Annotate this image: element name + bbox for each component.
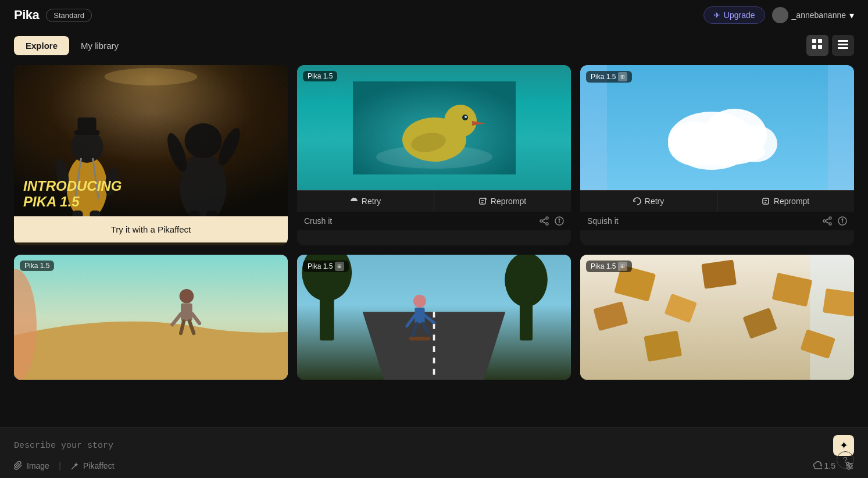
svg-point-37 (546, 223, 548, 225)
svg-line-53 (826, 219, 829, 220)
upgrade-label: Upgrade (724, 10, 755, 20)
header-left: Pika Standard (14, 8, 92, 23)
cloud-scene (580, 65, 854, 190)
svg-line-90 (72, 465, 76, 469)
svg-rect-1 (818, 39, 822, 43)
svg-point-51 (823, 220, 826, 222)
cloud-meta-label: Squish it (587, 216, 619, 226)
cloud-retry-icon (633, 197, 641, 205)
share-icon (540, 216, 549, 226)
svg-rect-24 (189, 211, 201, 216)
prompt-input[interactable] (14, 441, 826, 451)
svg-point-42 (559, 219, 560, 220)
pikaffect-tool-button[interactable]: Pikaffect (70, 461, 114, 470)
boxes-version-label: Pika 1.5 (591, 262, 616, 270)
duck-info-button[interactable] (555, 216, 564, 226)
upgrade-button[interactable]: ✈ Upgrade (703, 6, 765, 24)
svg-point-36 (540, 220, 542, 222)
duck-thumbnail: Pika 1.5 (297, 65, 571, 190)
svg-point-72 (413, 295, 426, 308)
svg-point-57 (842, 219, 843, 220)
toolbar-row: Image | Pikaffect 1.5 (14, 461, 854, 471)
pikaffect-button[interactable]: Try it with a Pikaffect (14, 216, 288, 242)
user-area[interactable]: _annebananne ▾ (772, 7, 854, 23)
svg-rect-60 (181, 304, 192, 322)
cloud-share-button[interactable] (823, 216, 832, 226)
plan-badge: Standard (46, 9, 92, 22)
svg-point-59 (180, 289, 194, 304)
explore-tab[interactable]: Explore (14, 36, 69, 55)
duck-retry-label: Retry (362, 197, 381, 206)
duck-meta-label: Crush it (304, 216, 332, 226)
logo: Pika (14, 8, 39, 23)
road-image-indicator: ⊞ (335, 262, 344, 271)
svg-line-38 (542, 219, 546, 220)
duck-pika-badge: Pika 1.5 (303, 71, 337, 81)
nav: Explore My library (0, 30, 868, 60)
wand-icon (70, 461, 80, 470)
reprompt-icon (479, 197, 487, 205)
chevron-down-icon: ▾ (849, 10, 854, 21)
duck-meta-icons (540, 216, 564, 226)
plane-icon: ✈ (713, 10, 720, 20)
featured-title: INTRODUCING PIKA 1.5 (23, 179, 122, 209)
cloud-reprompt-icon (762, 197, 770, 205)
duck-version-label: Pika 1.5 (308, 72, 333, 80)
svg-rect-87 (823, 288, 854, 317)
svg-rect-73 (415, 308, 424, 323)
boxes-card: Pika 1.5 ⊞ (580, 255, 854, 380)
cloud-info-icon (838, 216, 847, 226)
svg-point-9 (105, 68, 198, 85)
list-view-button[interactable] (832, 35, 854, 56)
cloud-card: Pika 1.5 ⊞ (580, 65, 854, 245)
header: Pika Standard ✈ Upgrade _annebananne ▾ (0, 0, 868, 30)
boxes-thumbnail: Pika 1.5 ⊞ (580, 255, 854, 380)
desert-pika-badge: Pika 1.5 (20, 261, 54, 271)
cloud-retry-button[interactable]: Retry (580, 191, 717, 212)
cloud-meta: Squish it (580, 212, 854, 230)
desert-scene (14, 255, 288, 380)
cloud-reprompt-button[interactable]: Reprompt (717, 191, 854, 212)
duck-reprompt-button[interactable]: Reprompt (434, 191, 571, 212)
image-label: Image (27, 461, 49, 470)
svg-rect-19 (90, 211, 101, 216)
cloud-share-icon (823, 216, 832, 226)
duck-share-button[interactable] (540, 216, 549, 226)
grid-icon (812, 39, 823, 49)
image-tool-button[interactable]: Image (14, 461, 49, 470)
desert-version-label: Pika 1.5 (24, 262, 49, 270)
library-tab[interactable]: My library (69, 36, 130, 55)
avatar (772, 7, 788, 23)
svg-rect-6 (838, 47, 848, 49)
svg-point-52 (829, 223, 831, 225)
list-icon (838, 39, 848, 49)
svg-point-35 (546, 217, 548, 219)
desert-thumbnail: Pika 1.5 (14, 255, 288, 380)
duck-retry-button[interactable]: Retry (297, 191, 434, 212)
svg-rect-78 (409, 337, 431, 340)
version-number: 1.5 (824, 461, 835, 470)
gorilla-background: INTRODUCING PIKA 1.5 (14, 65, 288, 216)
prompt-row: ✦ (14, 435, 854, 456)
cloud-info-button[interactable] (838, 216, 847, 226)
duck-meta: Crush it (297, 212, 571, 230)
duck-scene (297, 65, 571, 190)
svg-rect-13 (78, 117, 97, 133)
boxes-scene (580, 255, 854, 380)
paperclip-icon (14, 461, 23, 470)
info-icon (555, 216, 564, 226)
duck-card: Pika 1.5 (297, 65, 571, 245)
road-scene (297, 255, 571, 380)
bottom-bar: ✦ Image | Pikaffect 1.5 (0, 427, 868, 478)
road-thumbnail: Pika 1.5 ⊞ (297, 255, 571, 380)
header-right: ✈ Upgrade _annebananne ▾ (703, 6, 854, 24)
grid-view-button[interactable] (806, 35, 828, 56)
svg-point-50 (829, 217, 831, 219)
svg-rect-33 (353, 81, 516, 174)
svg-rect-2 (812, 45, 816, 49)
cloud-version-icon (813, 461, 822, 470)
desert-card: Pika 1.5 (14, 255, 288, 380)
help-button[interactable]: ? (837, 451, 854, 469)
road-card: Pika 1.5 ⊞ (297, 255, 571, 380)
svg-rect-34 (480, 198, 485, 204)
